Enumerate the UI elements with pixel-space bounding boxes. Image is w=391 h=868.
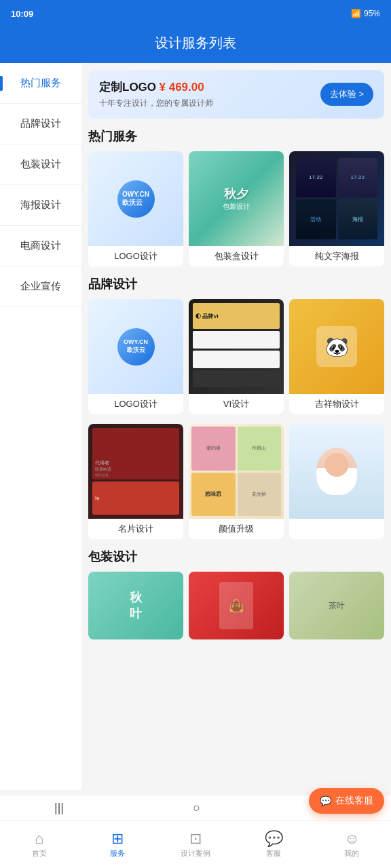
brand-item-mascot[interactable]: 🐼 吉祥物设计 <box>289 299 384 414</box>
nav-item-mine[interactable]: ☺ 我的 <box>313 821 391 868</box>
float-service-label: 在线客服 <box>335 795 373 807</box>
page-header: 设计服务列表 <box>0 27 391 63</box>
brand-item-value-label: 颜值升级 <box>189 519 284 539</box>
brand-services-grid-row2: 代用者 联系电话 地址信息 Ie 名片设计 徽韵楼 <box>88 424 384 539</box>
banner-button[interactable]: 去体验 > <box>320 83 373 106</box>
sidebar-item-brand[interactable]: 品牌设计 <box>0 104 81 144</box>
float-service-button[interactable]: 💬 在线客服 <box>309 788 384 814</box>
hot-services-title: 热门服务 <box>88 128 384 144</box>
brand-item-vi-label: VI设计 <box>189 394 284 414</box>
main-layout: 热门服务 品牌设计 包装设计 海报设计 电商设计 企业宣传 定制LOGO ¥ 4… <box>0 63 391 790</box>
bottom-navigation: ⌂ 首页 ⊞ 服务 ⊡ 设计案例 💬 客服 ☺ 我的 <box>0 821 391 868</box>
banner-title: 定制LOGO <box>99 81 156 94</box>
pack-item-2[interactable]: 👜 <box>189 572 284 639</box>
packaging-services-title: 包装设计 <box>88 549 384 565</box>
hot-item-logo-label: LOGO设计 <box>88 246 183 267</box>
promo-banner[interactable]: 定制LOGO ¥ 469.00 十年专注设计，您的专属设计师 去体验 > <box>88 70 384 119</box>
banner-title-row: 定制LOGO ¥ 469.00 <box>99 79 213 95</box>
content-area: 定制LOGO ¥ 469.00 十年专注设计，您的专属设计师 去体验 > 热门服… <box>81 63 391 790</box>
hot-item-packaging-label: 包装盒设计 <box>189 246 284 267</box>
home-icon: ⌂ <box>35 831 43 846</box>
brand-item-card-label: 名片设计 <box>88 519 183 539</box>
sidebar-item-corporate[interactable]: 企业宣传 <box>0 267 81 307</box>
nav-label-home: 首页 <box>32 848 47 859</box>
sidebar-item-hot[interactable]: 热门服务 <box>0 63 81 104</box>
nav-label-customer: 客服 <box>266 848 281 859</box>
pack-item-1[interactable]: 秋叶 <box>88 572 183 639</box>
brand-services-grid-row1: OWY.CN欧沃云 LOGO设计 ◐ 品牌VI VI设计 <box>88 299 384 414</box>
banner-info: 定制LOGO ¥ 469.00 十年专注设计，您的专属设计师 <box>99 79 213 109</box>
pack-item-3[interactable]: 茶叶 <box>289 572 384 639</box>
brand-item-card[interactable]: 代用者 联系电话 地址信息 Ie 名片设计 <box>88 424 183 539</box>
network-icon: 📶 <box>351 9 361 18</box>
nav-item-home[interactable]: ⌂ 首页 <box>0 821 78 868</box>
sidebar-item-poster[interactable]: 海报设计 <box>0 185 81 226</box>
service-icon: ⊞ <box>111 831 124 846</box>
nav-item-customer[interactable]: 💬 客服 <box>235 821 313 868</box>
gesture-home-button[interactable]: ○ <box>193 801 200 815</box>
cases-icon: ⊡ <box>189 831 202 846</box>
gesture-back-button[interactable]: ||| <box>54 801 64 815</box>
sidebar: 热门服务 品牌设计 包装设计 海报设计 电商设计 企业宣传 <box>0 63 81 790</box>
brand-item-logo[interactable]: OWY.CN欧沃云 LOGO设计 <box>88 299 183 414</box>
customer-icon: 💬 <box>265 831 283 846</box>
hot-item-packaging[interactable]: 秋夕 包装设计 包装盒设计 <box>189 151 284 267</box>
page-title: 设计服务列表 <box>155 35 236 50</box>
hot-item-logo[interactable]: OWY.CN欧沃云 LOGO设计 <box>88 151 183 267</box>
nav-item-service[interactable]: ⊞ 服务 <box>78 821 156 868</box>
brand-item-logo-label: LOGO设计 <box>88 394 183 414</box>
brand-item-mascot-label: 吉祥物设计 <box>289 394 384 414</box>
brand-item-value[interactable]: 徽韵楼 作留山 悠味思 花允鲜 颜值升级 <box>189 424 284 539</box>
banner-price: ¥ 469.00 <box>160 81 204 94</box>
hot-services-grid: OWY.CN欧沃云 LOGO设计 秋夕 包装设计 包装盒设计 17-22 17- <box>88 151 384 267</box>
hot-item-poster-label: 纯文字海报 <box>289 246 384 267</box>
nav-item-cases[interactable]: ⊡ 设计案例 <box>156 821 234 868</box>
battery-icon: 95% <box>364 9 380 18</box>
nav-label-service: 服务 <box>110 848 125 859</box>
status-bar: 10:09 📶 95% <box>0 0 391 27</box>
sidebar-item-packaging[interactable]: 包装设计 <box>0 144 81 185</box>
status-time: 10:09 <box>11 9 33 19</box>
mine-icon: ☺ <box>344 831 359 846</box>
packaging-preview: 秋叶 👜 茶叶 <box>88 572 384 639</box>
brand-consultant[interactable] <box>289 424 384 539</box>
chat-icon: 💬 <box>320 795 331 806</box>
nav-label-mine: 我的 <box>344 848 359 859</box>
sidebar-item-ecommerce[interactable]: 电商设计 <box>0 226 81 267</box>
banner-subtitle: 十年专注设计，您的专属设计师 <box>99 98 213 109</box>
nav-label-cases: 设计案例 <box>181 848 210 859</box>
brand-item-vi[interactable]: ◐ 品牌VI VI设计 <box>189 299 284 414</box>
brand-services-title: 品牌设计 <box>88 276 384 292</box>
status-icons: 📶 95% <box>351 9 380 18</box>
hot-item-poster[interactable]: 17-22 17-22 活动 海报 纯文字海报 <box>289 151 384 267</box>
